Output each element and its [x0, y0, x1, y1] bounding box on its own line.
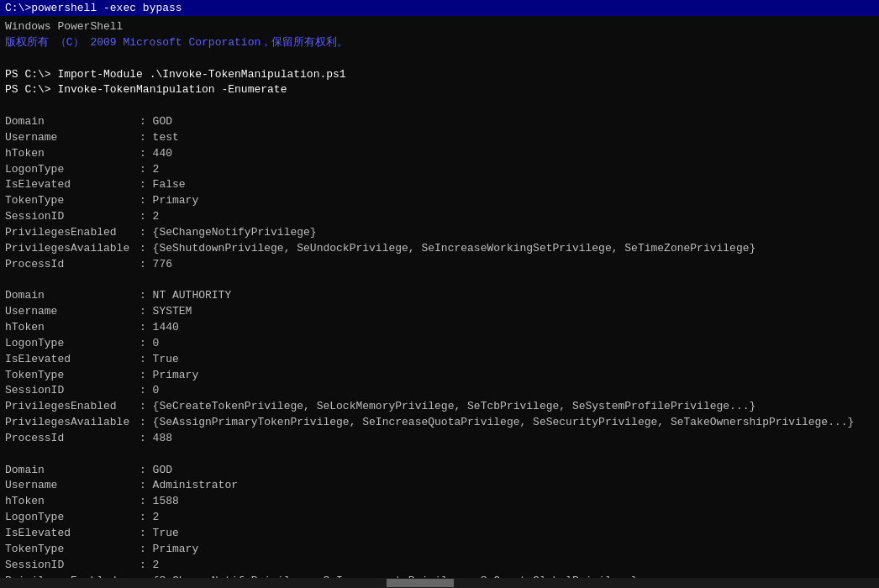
scrollbar-thumb[interactable] — [387, 579, 454, 587]
entry1-privavail: PrivilegesAvailable: {SeShutdownPrivileg… — [5, 241, 874, 257]
entry2-processid: ProcessId: 488 — [5, 431, 874, 447]
entry1-logontype: LogonType: 2 — [5, 162, 874, 178]
entry2-tokentype: TokenType: Primary — [5, 368, 874, 384]
entry3-iselevated: IsElevated: True — [5, 526, 874, 542]
entry2-htoken: hToken: 1440 — [5, 320, 874, 336]
header-line2: 版权所有 （C） 2009 Microsoft Corporation，保留所有… — [5, 35, 874, 51]
entry3-username: Username: Administrator — [5, 478, 874, 494]
title-bar: C:\>powershell -exec bypass — [0, 0, 879, 16]
entry3-domain: Domain: GOD — [5, 463, 874, 479]
entry3-logontype: LogonType: 2 — [5, 510, 874, 526]
terminal-window[interactable]: C:\>powershell -exec bypass Windows Powe… — [0, 0, 879, 588]
entry2-domain: Domain: NT AUTHORITY — [5, 288, 874, 304]
entry1-iselevated: IsElevated: False — [5, 177, 874, 193]
entry1-sessionid: SessionID: 2 — [5, 209, 874, 225]
entry3-tokentype: TokenType: Primary — [5, 542, 874, 558]
entry3-htoken: hToken: 1588 — [5, 494, 874, 510]
entry2-sessionid: SessionID: 0 — [5, 383, 874, 399]
cmd1: PS C:\> Import-Module .\Invoke-TokenMani… — [5, 67, 874, 83]
cmd2: PS C:\> Invoke-TokenManipulation -Enumer… — [5, 82, 874, 98]
entry1-processid: ProcessId: 776 — [5, 257, 874, 273]
entry3-sessionid: SessionID: 2 — [5, 558, 874, 574]
entry2-username: Username: SYSTEM — [5, 304, 874, 320]
blank3 — [5, 273, 874, 289]
entry2-privenable: PrivilegesEnabled: {SeCreateTokenPrivile… — [5, 399, 874, 415]
blank2 — [5, 98, 874, 114]
entry2-logontype: LogonType: 0 — [5, 336, 874, 352]
entry1-tokentype: TokenType: Primary — [5, 193, 874, 209]
entry2-privavail: PrivilegesAvailable: {SeAssignPrimaryTok… — [5, 415, 874, 431]
entry1-username: Username: test — [5, 130, 874, 146]
blank1 — [5, 51, 874, 67]
header-line1: Windows PowerShell — [5, 19, 874, 35]
output-area: Windows PowerShell 版权所有 （C） 2009 Microso… — [5, 19, 874, 588]
entry1-htoken: hToken: 440 — [5, 146, 874, 162]
entry1-privenable: PrivilegesEnabled: {SeChangeNotifyPrivil… — [5, 225, 874, 241]
entry2-iselevated: IsElevated: True — [5, 352, 874, 368]
horizontal-scrollbar[interactable] — [0, 578, 879, 588]
title-text: C:\>powershell -exec bypass — [5, 2, 182, 14]
entry1-domain: Domain: GOD — [5, 114, 874, 130]
blank4 — [5, 447, 874, 463]
